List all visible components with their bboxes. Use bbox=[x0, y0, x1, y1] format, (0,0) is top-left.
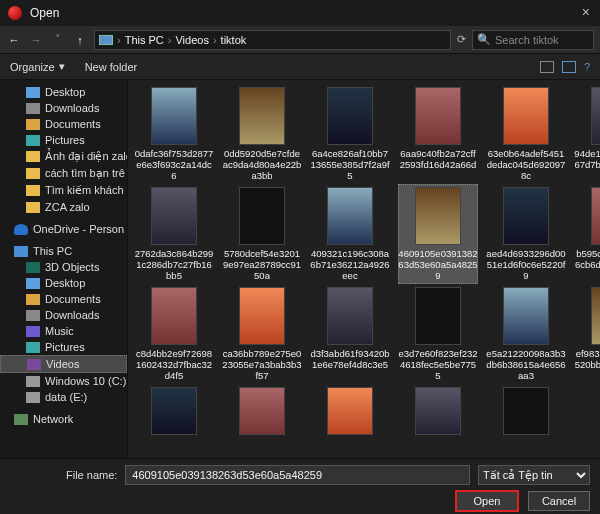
tree-item[interactable]: Downloads bbox=[0, 307, 127, 323]
tree-item[interactable]: Tìm kiếm khách bbox=[0, 182, 127, 199]
tree-label: This PC bbox=[33, 245, 72, 257]
tree-label: Downloads bbox=[45, 309, 99, 321]
tree-item[interactable]: Music bbox=[0, 323, 127, 339]
file-item[interactable]: d3f3abd61f93420b1e6e78ef4d8c3e5 bbox=[310, 284, 390, 384]
tree-item[interactable]: Ảnh đại diện zalo bbox=[0, 148, 127, 165]
tree-item[interactable]: Windows 10 (C:) bbox=[0, 373, 127, 389]
file-item[interactable]: 5780dcef54e32019e97ea28789cc9150a bbox=[222, 184, 302, 284]
file-item[interactable]: ca36bb789e275e023055e7a3bab3b3f57 bbox=[222, 284, 302, 384]
tree-item[interactable]: data (E:) bbox=[0, 389, 127, 405]
tree-item[interactable]: Desktop bbox=[0, 275, 127, 291]
chevron-right-icon[interactable]: › bbox=[117, 34, 121, 46]
file-item[interactable]: 6a4ce826af10bb713655e385d7f2a9f5 bbox=[310, 84, 390, 184]
file-item[interactable] bbox=[310, 384, 390, 438]
chevron-right-icon[interactable]: › bbox=[213, 34, 217, 46]
crumb-videos[interactable]: Videos bbox=[175, 34, 208, 46]
thumbnail bbox=[151, 287, 197, 345]
thumbnail bbox=[591, 87, 600, 145]
tree-item[interactable]: Documents bbox=[0, 291, 127, 307]
tree-label: Desktop bbox=[45, 277, 85, 289]
tree-item[interactable]: OneDrive - Person bbox=[0, 221, 127, 237]
up-icon[interactable]: ↑ bbox=[72, 34, 88, 46]
tree-item[interactable]: Downloads bbox=[0, 100, 127, 116]
back-icon[interactable]: ← bbox=[6, 34, 22, 46]
folder-icon bbox=[26, 310, 40, 321]
folder-icon bbox=[26, 103, 40, 114]
file-item[interactable]: 409321c196c308a6b71e36212a4926eec bbox=[310, 184, 390, 284]
recent-icon[interactable]: ˅ bbox=[50, 33, 66, 46]
preview-icon[interactable] bbox=[562, 61, 576, 73]
navbar: ← → ˅ ↑ › This PC › Videos › tiktok ⟳ 🔍 … bbox=[0, 26, 600, 54]
open-button[interactable]: Open bbox=[456, 491, 518, 511]
chevron-right-icon[interactable]: › bbox=[168, 34, 172, 46]
file-name: 2762da3c864b2991c286db7c27fb16bb5 bbox=[134, 248, 214, 281]
file-grid[interactable]: 0dafc36f753d2877e6e3f693c2a14dc60dd5920d… bbox=[128, 80, 600, 458]
folder-icon bbox=[26, 135, 40, 146]
view-icon[interactable] bbox=[540, 61, 554, 73]
file-item[interactable] bbox=[222, 384, 302, 438]
tree-label: Tìm kiếm khách bbox=[45, 184, 124, 197]
search-input[interactable]: 🔍 Search tiktok bbox=[472, 30, 594, 50]
tree-item[interactable]: Videos bbox=[0, 355, 127, 373]
file-name: ca36bb789e275e023055e7a3bab3b3f57 bbox=[222, 348, 302, 381]
file-item[interactable]: 63e0b64adef5451dedac045d6920978c bbox=[486, 84, 566, 184]
address-bar[interactable]: › This PC › Videos › tiktok bbox=[94, 30, 451, 50]
filetype-filter[interactable]: Tất cả Tệp tin bbox=[478, 465, 590, 485]
thumbnail bbox=[591, 187, 600, 245]
folder-icon bbox=[14, 414, 28, 425]
folder-icon bbox=[26, 151, 40, 162]
forward-icon: → bbox=[28, 34, 44, 46]
thumbnail bbox=[503, 87, 549, 145]
nav-tree: DesktopDownloadsDocumentsPicturesẢnh đại… bbox=[0, 80, 128, 458]
tree-label: Pictures bbox=[45, 341, 85, 353]
thumbnail bbox=[239, 87, 285, 145]
thumbnail bbox=[503, 287, 549, 345]
filename-input[interactable] bbox=[125, 465, 470, 485]
organize-button[interactable]: Organize ▾ bbox=[10, 60, 65, 73]
refresh-icon[interactable]: ⟳ bbox=[457, 33, 466, 46]
crumb-tiktok[interactable]: tiktok bbox=[221, 34, 247, 46]
crumb-pc[interactable]: This PC bbox=[125, 34, 164, 46]
file-item[interactable]: 94de1e3e4d341ba67d7bb29594f6fe9cf bbox=[574, 84, 600, 184]
tree-item[interactable]: cách tìm bạn trê bbox=[0, 165, 127, 182]
file-name: c8d4bb2e9f726981602432d7fbac32d4f5 bbox=[134, 348, 214, 381]
file-item[interactable] bbox=[134, 384, 214, 438]
thumbnail bbox=[415, 187, 461, 245]
tree-label: ZCA zalo bbox=[45, 201, 90, 213]
tree-item[interactable]: Documents bbox=[0, 116, 127, 132]
tree-item[interactable]: Pictures bbox=[0, 339, 127, 355]
tree-item[interactable]: ZCA zalo bbox=[0, 199, 127, 215]
file-item[interactable] bbox=[398, 384, 478, 438]
file-item[interactable]: 0dd5920d5e7cfdeac9da4d80a4e22ba3bb bbox=[222, 84, 302, 184]
file-item[interactable]: 0dafc36f753d2877e6e3f693c2a14dc6 bbox=[134, 84, 214, 184]
file-item[interactable] bbox=[486, 384, 566, 438]
tree-item[interactable]: This PC bbox=[0, 243, 127, 259]
tree-item[interactable]: Desktop bbox=[0, 84, 127, 100]
close-icon[interactable]: × bbox=[582, 4, 590, 20]
file-item[interactable]: 2762da3c864b2991c286db7c27fb16bb5 bbox=[134, 184, 214, 284]
folder-icon bbox=[26, 326, 40, 337]
thumbnail bbox=[239, 187, 285, 245]
cancel-button[interactable]: Cancel bbox=[528, 491, 590, 511]
tree-item[interactable]: Pictures bbox=[0, 132, 127, 148]
tree-item[interactable]: 3D Objects bbox=[0, 259, 127, 275]
folder-icon bbox=[26, 202, 40, 213]
file-item[interactable]: c8d4bb2e9f726981602432d7fbac32d4f5 bbox=[134, 284, 214, 384]
tree-label: Videos bbox=[46, 358, 79, 370]
file-item[interactable]: e5a21220098a3b3db6b38615a4e656aa3 bbox=[486, 284, 566, 384]
tree-item[interactable]: Network bbox=[0, 411, 127, 427]
thumbnail bbox=[503, 187, 549, 245]
file-name: 4609105e039138263d53e60a5a48259 bbox=[398, 248, 478, 281]
file-item[interactable]: 6aa9c40fb2a72cff2593fd16d42a66d bbox=[398, 84, 478, 184]
new-folder-button[interactable]: New folder bbox=[85, 61, 138, 73]
thumbnail bbox=[239, 387, 285, 435]
file-item[interactable]: e3d7e60f823ef2324618fec5e5be7755 bbox=[398, 284, 478, 384]
file-item[interactable]: 4609105e039138263d53e60a5a48259 bbox=[398, 184, 478, 284]
file-item[interactable]: aed4d6933296d0051e1d6f0c6e5220f9 bbox=[486, 184, 566, 284]
file-item[interactable]: b595cdbf872dc246cb6d0414cd74d7c0 bbox=[574, 184, 600, 284]
file-name: ef9831a23422386520bbbd6a2cbffea7 bbox=[574, 348, 600, 381]
file-name: 0dafc36f753d2877e6e3f693c2a14dc6 bbox=[134, 148, 214, 181]
help-icon[interactable]: ? bbox=[584, 61, 590, 73]
file-item[interactable]: ef9831a23422386520bbbd6a2cbffea7 bbox=[574, 284, 600, 384]
search-icon: 🔍 bbox=[477, 33, 491, 46]
